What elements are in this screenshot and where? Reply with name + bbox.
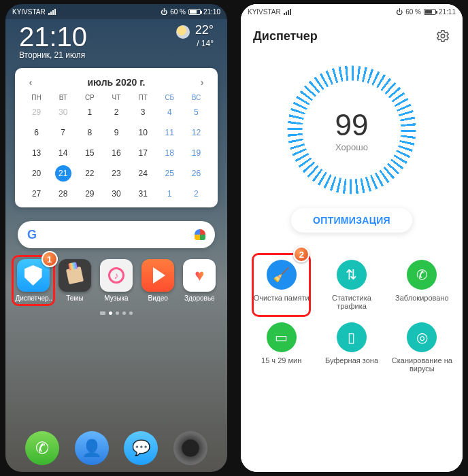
battery-icon bbox=[188, 9, 201, 15]
battery-pct: 60 % bbox=[405, 8, 421, 16]
cal-day[interactable]: 21 bbox=[55, 165, 71, 182]
score-label: Хорошо bbox=[335, 142, 368, 152]
tile-cleanup[interactable]: 🧹 Очистка памяти 2 bbox=[248, 256, 315, 314]
cal-day[interactable]: 10 bbox=[130, 124, 156, 141]
cal-day[interactable]: 23 bbox=[103, 165, 129, 182]
gear-icon[interactable] bbox=[435, 29, 450, 44]
cal-weekdays: ПНВТСРЧТПТСБВС bbox=[23, 94, 210, 101]
cal-day[interactable]: 12 bbox=[183, 124, 210, 141]
page-title: Диспетчер bbox=[253, 29, 318, 44]
cal-day[interactable]: 20 bbox=[23, 165, 50, 182]
app-label: Темы bbox=[66, 294, 83, 302]
cal-day[interactable]: 5 bbox=[183, 104, 210, 120]
tile-virus[interactable]: ◎ Сканирование на вирусы bbox=[388, 318, 456, 377]
cal-day[interactable]: 9 bbox=[103, 124, 129, 141]
svg-point-0 bbox=[441, 34, 445, 38]
cal-day[interactable]: 31 bbox=[130, 186, 156, 202]
home-screen: KYIVSTAR ⏻ 60 % 21:10 21:10 Вторник, 21 … bbox=[5, 4, 227, 472]
tile-buffer[interactable]: ▯ Буферная зона bbox=[318, 318, 385, 377]
cal-day[interactable]: 30 bbox=[103, 186, 129, 202]
app-music[interactable]: Музыка bbox=[99, 259, 134, 302]
cal-day[interactable]: 1 bbox=[156, 186, 183, 202]
cal-day[interactable]: 19 bbox=[183, 145, 210, 161]
cal-day[interactable]: 22 bbox=[76, 165, 103, 182]
dock-contacts[interactable]: 👤 bbox=[75, 431, 109, 465]
cal-day[interactable]: 1 bbox=[76, 104, 103, 120]
cal-day[interactable]: 4 bbox=[156, 104, 183, 120]
google-search-bar[interactable]: G bbox=[18, 221, 215, 248]
cal-day[interactable]: 3 bbox=[130, 104, 156, 120]
tile-screentime[interactable]: ▭ 15 ч 29 мин bbox=[248, 318, 315, 377]
dispatcher-screen: KYIVSTAR ⏻ 60 % 21:11 Диспетчер 99 Хорош… bbox=[241, 4, 463, 472]
calendar-widget[interactable]: ‹ июль 2020 г. › ПНВТСРЧТПТСБВС 29301234… bbox=[15, 68, 218, 207]
app-video[interactable]: Видео bbox=[140, 259, 176, 302]
mic-icon[interactable] bbox=[195, 229, 205, 240]
cal-day[interactable]: 26 bbox=[183, 165, 210, 182]
cal-day[interactable]: 11 bbox=[156, 124, 183, 141]
cal-day[interactable]: 28 bbox=[50, 186, 76, 202]
cal-day[interactable]: 2 bbox=[183, 186, 210, 202]
weather-widget[interactable]: 22° / 14° bbox=[176, 23, 214, 48]
tile-blocked[interactable]: ✆ Заблокировано bbox=[388, 256, 456, 314]
cal-day[interactable]: 6 bbox=[23, 124, 50, 141]
google-logo-icon: G bbox=[27, 228, 37, 242]
cal-day[interactable]: 30 bbox=[50, 104, 76, 120]
music-note-icon bbox=[108, 267, 124, 284]
cal-title: июль 2020 г. bbox=[88, 77, 146, 88]
tile-label: Буферная зона bbox=[325, 356, 378, 364]
cal-day[interactable]: 25 bbox=[156, 165, 183, 182]
carrier-label: KYIVSTAR bbox=[248, 8, 281, 16]
cal-day[interactable]: 29 bbox=[23, 104, 50, 120]
cal-day[interactable]: 18 bbox=[156, 145, 183, 161]
app-health[interactable]: ♥ Здоровье bbox=[182, 259, 217, 302]
traffic-icon: ⇅ bbox=[337, 260, 367, 290]
cal-day[interactable]: 14 bbox=[50, 145, 76, 161]
cal-day[interactable]: 24 bbox=[130, 165, 156, 182]
status-bar: KYIVSTAR ⏻ 60 % 21:10 bbox=[5, 4, 227, 19]
app-label: Здоровье bbox=[184, 294, 215, 302]
cal-day[interactable]: 8 bbox=[76, 124, 103, 141]
heart-icon: ♥ bbox=[195, 266, 204, 285]
cal-prev-button[interactable]: ‹ bbox=[23, 75, 38, 90]
app-dispatcher[interactable]: Диспетчер... 1 bbox=[16, 259, 51, 302]
clock-time: 21:10 bbox=[19, 23, 87, 50]
cal-day[interactable]: 13 bbox=[23, 145, 50, 161]
cal-day[interactable]: 27 bbox=[23, 186, 50, 202]
nfc-icon: ⏻ bbox=[396, 8, 403, 16]
tile-label: Статистика трафика bbox=[319, 294, 384, 310]
tile-label: Сканирование на вирусы bbox=[390, 356, 454, 373]
weather-lo: / 14° bbox=[197, 39, 214, 48]
signal-icon bbox=[48, 9, 56, 15]
virus-scan-icon: ◎ bbox=[407, 322, 437, 352]
tile-traffic[interactable]: ⇅ Статистика трафика bbox=[318, 256, 385, 314]
cal-day[interactable]: 2 bbox=[103, 104, 129, 120]
brush-icon bbox=[66, 267, 84, 284]
dock-phone[interactable]: ✆ bbox=[25, 431, 59, 465]
optimize-button[interactable]: ОПТИМИЗАЦИЯ bbox=[291, 208, 412, 233]
status-time: 21:11 bbox=[439, 8, 456, 16]
status-time: 21:10 bbox=[203, 8, 220, 16]
cal-next-button[interactable]: › bbox=[195, 75, 210, 90]
cal-days-grid: 2930123456789101112131415161718192021222… bbox=[23, 104, 210, 202]
dock-camera[interactable] bbox=[173, 431, 207, 465]
status-bar: KYIVSTAR ⏻ 60 % 21:11 bbox=[241, 4, 463, 19]
cal-day[interactable]: 7 bbox=[50, 124, 76, 141]
callout-badge-1: 1 bbox=[41, 251, 58, 267]
nfc-icon: ⏻ bbox=[161, 8, 167, 16]
buffer-icon: ▯ bbox=[337, 322, 367, 352]
app-themes[interactable]: Темы bbox=[57, 259, 93, 302]
play-icon bbox=[153, 267, 165, 284]
cal-day[interactable]: 16 bbox=[103, 145, 129, 161]
cal-day[interactable]: 29 bbox=[76, 186, 103, 202]
battery-icon bbox=[424, 9, 436, 15]
callout-2 bbox=[252, 253, 311, 317]
cal-day[interactable]: 17 bbox=[130, 145, 156, 161]
app-label: Видео bbox=[148, 294, 168, 302]
cal-day[interactable]: 15 bbox=[76, 145, 103, 161]
signal-icon bbox=[284, 9, 291, 15]
dock-messages[interactable]: 💬 bbox=[124, 431, 158, 465]
dock: ✆ 👤 💬 bbox=[5, 431, 227, 465]
carrier-label: KYIVSTAR bbox=[12, 8, 46, 16]
tile-label: Заблокировано bbox=[395, 294, 448, 302]
tile-label: 15 ч 29 мин bbox=[261, 356, 301, 364]
